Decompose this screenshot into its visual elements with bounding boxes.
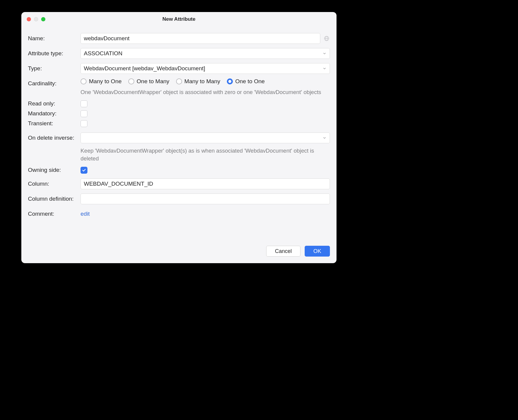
name-label: Name: <box>28 33 81 42</box>
attribute-type-value: ASSOCIATION <box>84 50 122 57</box>
cardinality-radio-one-to-many[interactable]: One to Many <box>128 78 169 85</box>
zoom-window-button[interactable] <box>41 17 45 21</box>
minimize-window-button[interactable] <box>34 17 38 21</box>
column-definition-input[interactable] <box>81 193 330 204</box>
cardinality-radio-one-to-one[interactable]: One to One <box>227 78 265 85</box>
column-definition-label: Column definition: <box>28 193 81 202</box>
chevron-down-icon <box>322 136 327 140</box>
transient-checkbox[interactable] <box>81 120 87 127</box>
cardinality-radio-many-to-one[interactable]: Many to One <box>81 78 122 85</box>
transient-label: Transient: <box>28 120 81 127</box>
cardinality-label: Cardinality: <box>28 78 81 87</box>
mandatory-label: Mandatory: <box>28 110 81 117</box>
cardinality-radio-many-to-many[interactable]: Many to Many <box>176 78 220 85</box>
cancel-button[interactable]: Cancel <box>266 246 300 257</box>
radio-label: Many to Many <box>184 78 220 85</box>
read-only-label: Read only: <box>28 100 81 107</box>
radio-label: One to One <box>235 78 265 85</box>
type-label: Type: <box>28 63 81 72</box>
attribute-type-label: Attribute type: <box>28 48 81 57</box>
type-select[interactable]: WebdavDocument [webdav_WebdavDocument] <box>81 63 330 74</box>
globe-icon[interactable] <box>323 35 330 42</box>
name-input[interactable] <box>81 33 320 44</box>
mandatory-checkbox[interactable] <box>81 110 87 117</box>
chevron-down-icon <box>322 51 327 56</box>
type-value: WebdavDocument [webdav_WebdavDocument] <box>84 65 205 72</box>
titlebar: New Attribute <box>21 12 337 26</box>
owning-side-label: Owning side: <box>28 167 81 173</box>
close-window-button[interactable] <box>27 17 31 21</box>
on-delete-inverse-select[interactable] <box>81 132 330 143</box>
dialog-title: New Attribute <box>163 16 196 22</box>
read-only-checkbox[interactable] <box>81 100 87 107</box>
cardinality-hint: One 'WebdavDocumentWrapper' object is as… <box>81 88 321 96</box>
cardinality-radio-group: Many to One One to Many Many to Many One… <box>81 78 265 85</box>
comment-edit-link[interactable]: edit <box>81 208 90 217</box>
attribute-type-select[interactable]: ASSOCIATION <box>81 48 330 59</box>
owning-side-checkbox[interactable] <box>81 167 87 174</box>
column-label: Column: <box>28 178 81 187</box>
radio-label: One to Many <box>137 78 169 85</box>
comment-label: Comment: <box>28 208 81 217</box>
dialog-footer: Cancel OK <box>266 246 330 257</box>
on-delete-inverse-hint: Keep 'WebdavDocumentWrapper' object(s) a… <box>81 147 330 163</box>
chevron-down-icon <box>322 66 327 71</box>
attribute-form: Name: Attribute type: ASSOCIATION <box>28 33 330 221</box>
ok-button[interactable]: OK <box>305 246 330 257</box>
window-controls <box>27 17 45 21</box>
new-attribute-dialog: New Attribute Name: Attribute type: <box>21 12 337 263</box>
column-input[interactable] <box>81 178 330 189</box>
radio-label: Many to One <box>89 78 122 85</box>
on-delete-inverse-label: On delete inverse: <box>28 132 81 141</box>
